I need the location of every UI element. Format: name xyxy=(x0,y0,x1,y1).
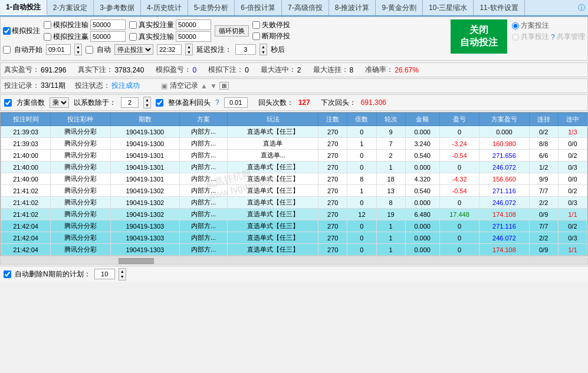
plan-times-select[interactable]: 乘 除 xyxy=(50,97,69,108)
profit-help-icon[interactable]: ? xyxy=(215,98,219,107)
col-period: 期数 xyxy=(110,113,179,126)
auto-delete-input[interactable] xyxy=(94,269,115,279)
table-row[interactable]: 21:40:00 腾讯分分彩 190419-1301 内部方... 直选单式【任… xyxy=(1,173,587,185)
auto-start-checkbox[interactable] xyxy=(3,46,11,54)
scroll-thumb[interactable] xyxy=(119,258,154,264)
up-icon[interactable]: ▲ xyxy=(201,82,208,90)
close-auto-bet-button[interactable]: 关闭自动投注 xyxy=(451,19,507,54)
tab-adv-mult[interactable]: 7-高级倍投 xyxy=(282,0,329,15)
tab-shrink[interactable]: 10-三星缩水 xyxy=(423,0,474,15)
cell-plan-profit: 246.072 xyxy=(479,197,529,209)
real-loss-checkbox[interactable] xyxy=(129,33,137,41)
down-icon[interactable]: ▼ xyxy=(210,82,217,90)
cell-plan-profit: 246.072 xyxy=(479,161,529,173)
cell-notes: 270 xyxy=(318,232,347,244)
tab-auto-bet[interactable]: 1-自动投注 xyxy=(0,0,47,15)
cell-period: 190419-1303 xyxy=(110,220,179,232)
horizontal-scrollbar[interactable] xyxy=(0,258,588,265)
delay-input[interactable] xyxy=(235,44,256,55)
end-time-up[interactable]: ▲ xyxy=(186,44,192,49)
start-time-up[interactable]: ▲ xyxy=(75,44,81,49)
divide-down[interactable]: ▼ xyxy=(144,103,150,108)
mock-input-checkbox[interactable] xyxy=(44,21,51,29)
cell-amount: 0.000 xyxy=(405,161,439,173)
delay-down[interactable]: ▼ xyxy=(260,49,267,55)
table-row[interactable]: 21:42:04 腾讯分分彩 190419-1303 内部方... 直选单式【任… xyxy=(1,244,587,256)
auto-delete-checkbox[interactable] xyxy=(4,270,11,278)
shared-bet-radio[interactable] xyxy=(512,34,519,41)
table-row[interactable]: 21:40:00 腾讯分分彩 190419-1301 内部方... 直选单式【任… xyxy=(1,161,587,173)
mock-win-field[interactable] xyxy=(90,31,126,42)
divide-up[interactable]: ▲ xyxy=(144,97,150,103)
real-loss-field[interactable] xyxy=(176,31,211,42)
cell-streak: 2/2 xyxy=(529,232,558,244)
cell-times: 0 xyxy=(347,126,376,138)
cell-time: 21:42:04 xyxy=(1,220,51,232)
cell-plan: 内部方... xyxy=(179,126,227,138)
cell-time: 21:42:04 xyxy=(1,244,51,256)
cell-type: 腾讯分分彩 xyxy=(51,138,111,150)
plan-times-checkbox[interactable] xyxy=(4,99,12,107)
divide-input[interactable] xyxy=(121,97,139,108)
auto-delete-label: 自动删除N期前的计划： xyxy=(15,269,91,279)
stop-action-select[interactable]: 停止投注 xyxy=(114,44,153,55)
tab-settings[interactable]: 11-软件设置 xyxy=(474,0,524,15)
real-limit-field[interactable] xyxy=(176,19,211,30)
cell-hit: 0/3 xyxy=(558,232,587,244)
end-time-input[interactable] xyxy=(157,44,182,55)
delete-n-down[interactable]: ▼ xyxy=(119,274,126,279)
next-return-value: 691.306 xyxy=(361,98,386,107)
delete-n-up[interactable]: ▲ xyxy=(119,269,126,274)
tab-bar: 1-自动投注 2-方案设定 3-参考数据 4-历史统计 5-走势分析 6-倍投计… xyxy=(0,0,588,16)
tab-history[interactable]: 4-历史统计 xyxy=(141,0,188,15)
cell-hit: 1/1 xyxy=(558,209,587,220)
loop-switch-button[interactable]: 循环切换 xyxy=(215,25,249,37)
start-time-down[interactable]: ▼ xyxy=(75,49,81,55)
table-row[interactable]: 21:39:03 腾讯分分彩 190419-1300 内部方... 直选单 27… xyxy=(1,138,587,150)
profit-return-label: 整体盈利回头 xyxy=(168,98,211,108)
delay-up[interactable]: ▲ xyxy=(260,44,267,49)
table-row[interactable]: 21:41:02 腾讯分分彩 190419-1302 内部方... 直选单式【任… xyxy=(1,185,587,197)
cell-time: 21:40:00 xyxy=(1,161,51,173)
tab-push-calc[interactable]: 8-推波计算 xyxy=(329,0,376,15)
cell-amount: 0.000 xyxy=(405,197,439,209)
profit-return-checkbox[interactable] xyxy=(156,99,163,107)
export-icon[interactable]: ⊞ xyxy=(219,82,229,90)
info-icon[interactable]: ⓘ xyxy=(575,0,588,15)
plan-bet-radio[interactable] xyxy=(512,22,519,29)
fail-stop-checkbox[interactable] xyxy=(252,21,260,29)
real-orders-label: 真实下注： xyxy=(78,65,113,75)
clear-records-label[interactable]: 清空记录 xyxy=(170,81,198,91)
tab-trend[interactable]: 5-走势分析 xyxy=(188,0,235,15)
break-stop-checkbox[interactable] xyxy=(252,32,260,40)
mock-bet-checkbox-group: 模拟投注 xyxy=(3,26,40,36)
cell-plan-profit: 271.656 xyxy=(479,150,529,161)
end-time-down[interactable]: ▼ xyxy=(186,49,192,55)
table-row[interactable]: 21:39:03 腾讯分分彩 190419-1300 内部方... 直选单式【任… xyxy=(1,126,587,138)
table-row[interactable]: 21:41:02 腾讯分分彩 190419-1302 内部方... 直选单式【任… xyxy=(1,197,587,209)
table-row[interactable]: 21:41:02 腾讯分分彩 190419-1302 内部方... 直选单式【任… xyxy=(1,209,587,220)
table-row[interactable]: 21:40:00 腾讯分分彩 190419-1301 内部方... 直选单...… xyxy=(1,150,587,161)
tab-plan-setting[interactable]: 2-方案设定 xyxy=(47,0,94,15)
table-row[interactable]: 21:42:04 腾讯分分彩 190419-1303 内部方... 直选单式【任… xyxy=(1,220,587,232)
cell-hit: 0/3 xyxy=(558,161,587,173)
start-time-input[interactable] xyxy=(46,44,71,55)
control-area: 模拟投注 模拟投注输 模拟投注赢 xyxy=(0,16,588,61)
shared-help-icon[interactable]: ? xyxy=(551,33,555,41)
mock-bet-checkbox[interactable] xyxy=(3,27,11,35)
tab-golden[interactable]: 9-黄金分割 xyxy=(376,0,423,15)
mock-input-field[interactable] xyxy=(90,19,126,30)
col-round: 轮次 xyxy=(376,113,405,126)
tab-mult-calc[interactable]: 6-倍投计算 xyxy=(235,0,282,15)
mock-win-checkbox[interactable] xyxy=(44,33,51,41)
tab-ref-data[interactable]: 3-参考数据 xyxy=(94,0,141,15)
real-limit-checkbox[interactable] xyxy=(129,21,137,29)
table-row[interactable]: 21:42:04 腾讯分分彩 190419-1303 内部方... 直选单式【任… xyxy=(1,232,587,244)
cell-streak: 7/7 xyxy=(529,220,558,232)
auto-checkbox[interactable] xyxy=(86,46,93,54)
profit-return-input[interactable] xyxy=(224,97,248,108)
cell-period: 190419-1302 xyxy=(110,185,179,197)
mock-orders-label: 模拟下注： xyxy=(208,65,244,75)
col-hit: 连中 xyxy=(558,113,587,126)
cell-period: 190419-1302 xyxy=(110,209,179,220)
